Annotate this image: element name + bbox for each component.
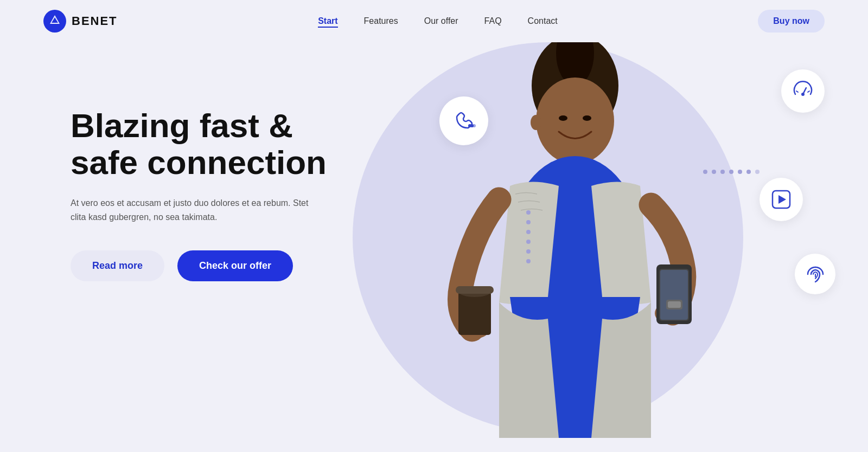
phone-icon-card <box>439 96 488 145</box>
read-more-button[interactable]: Read more <box>71 250 164 281</box>
person-image <box>391 42 760 438</box>
check-offer-button[interactable]: Check our offer <box>177 250 293 281</box>
play-icon-card <box>760 178 803 221</box>
vdot-4 <box>526 240 531 244</box>
svg-point-25 <box>801 93 805 96</box>
svg-marker-29 <box>778 195 786 204</box>
svg-line-26 <box>796 91 798 92</box>
svg-rect-12 <box>458 292 491 335</box>
brand-name: BENET <box>72 14 118 28</box>
nav-item-contact[interactable]: Contact <box>528 16 558 26</box>
svg-line-27 <box>808 91 809 92</box>
svg-rect-14 <box>456 286 494 294</box>
play-icon <box>769 188 793 211</box>
buy-now-button[interactable]: Buy now <box>758 10 825 33</box>
nav-item-features[interactable]: Features <box>364 16 398 26</box>
vdot-5 <box>526 249 531 254</box>
hero-section: Blazing fast & safe connection At vero e… <box>0 42 868 452</box>
svg-rect-18 <box>660 270 688 320</box>
svg-point-8 <box>531 115 541 130</box>
speedometer-icon-card <box>781 69 825 113</box>
person-svg <box>391 42 760 438</box>
dot-4 <box>729 170 733 174</box>
phone-icon <box>451 108 476 133</box>
navbar: BENET Start Features Our offer FAQ Conta… <box>0 0 868 42</box>
vdot-6 <box>526 259 531 263</box>
nav-item-faq[interactable]: FAQ <box>484 16 502 26</box>
svg-rect-20 <box>668 301 681 308</box>
fingerprint-icon-card <box>795 254 835 294</box>
logo: BENET <box>43 10 118 33</box>
vdot-3 <box>526 230 531 234</box>
nav-links: Start Features Our offer FAQ Contact <box>318 16 558 26</box>
dot-1 <box>703 170 707 174</box>
dots-vertical-decoration <box>526 210 531 263</box>
vdot-2 <box>526 220 531 224</box>
dot-3 <box>720 170 725 174</box>
speedometer-icon <box>791 79 815 103</box>
dot-6 <box>746 170 751 174</box>
svg-point-4 <box>536 78 614 164</box>
hero-content: Blazing fast & safe connection At vero e… <box>71 107 327 281</box>
nav-item-our-offer[interactable]: Our offer <box>424 16 458 26</box>
dot-7 <box>755 170 760 174</box>
hero-buttons: Read more Check our offer <box>71 250 327 281</box>
hero-description: At vero eos et accusam et justo duo dolo… <box>71 196 309 224</box>
svg-point-23 <box>473 124 476 127</box>
hero-title: Blazing fast & safe connection <box>71 107 327 181</box>
svg-point-6 <box>583 115 591 121</box>
logo-icon <box>43 10 66 33</box>
dots-horizontal-decoration <box>703 170 760 174</box>
fingerprint-icon <box>804 263 827 286</box>
hero-visual <box>326 42 868 452</box>
vdot-1 <box>526 210 531 215</box>
nav-item-start[interactable]: Start <box>318 16 337 26</box>
svg-point-5 <box>559 115 567 121</box>
dot-5 <box>738 170 742 174</box>
dot-2 <box>712 170 716 174</box>
